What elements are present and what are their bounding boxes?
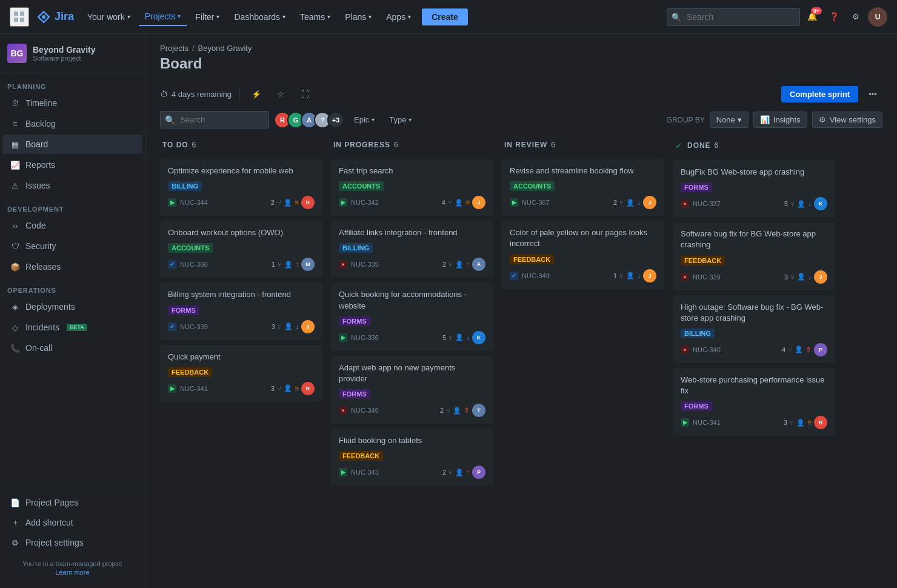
breadcrumb-projects[interactable]: Projects: [160, 44, 188, 53]
more-options-button[interactable]: •••: [863, 84, 882, 104]
card-assignee-avatar: M: [301, 258, 315, 271]
story-icon: ▶: [168, 198, 176, 207]
nav-plans[interactable]: Plans▾: [339, 8, 378, 25]
pages-icon: 📄: [10, 497, 21, 508]
clock-icon: ⏱: [160, 90, 168, 99]
board-card[interactable]: Color of pale yellow on our pages looks …: [502, 221, 664, 289]
card-issue-num: NUC-349: [522, 272, 550, 279]
sidebar-item-project-settings[interactable]: ⚙ Project settings: [2, 533, 142, 552]
sidebar-item-backlog[interactable]: ≡ Backlog: [2, 114, 142, 133]
lightning-button[interactable]: ⚡: [247, 84, 266, 104]
pages-label: Project Pages: [25, 498, 78, 507]
dev-label: DEVELOPMENT: [0, 196, 145, 215]
board-card[interactable]: High outage: Software bug fix - BG Web-s…: [673, 295, 835, 363]
complete-sprint-button[interactable]: Complete sprint: [781, 86, 858, 102]
board-card[interactable]: Quick payment FEEDBACK ▶ NUC-341 3 ⑂ 👤 ≡…: [160, 345, 322, 402]
nav-projects[interactable]: Projects▾: [139, 8, 187, 26]
card-issue-num: NUC-344: [180, 199, 208, 206]
board-card[interactable]: Software bug fix for BG Web-store app cr…: [673, 222, 835, 290]
avatar-more[interactable]: +3: [327, 112, 344, 129]
board-card[interactable]: Billing system integration - frontend FO…: [160, 282, 322, 339]
board-card[interactable]: Affiliate links integration - frontend B…: [331, 221, 493, 278]
column-title-inreview: IN REVIEW: [504, 141, 547, 149]
notifications-button[interactable]: 🔔 9+: [802, 7, 822, 27]
nav-yourwork[interactable]: Your work▾: [81, 8, 136, 25]
sidebar-item-incidents[interactable]: ◇ Incidents BETA: [2, 318, 142, 337]
board-label: Board: [25, 139, 48, 149]
settings-button[interactable]: ⚙: [846, 7, 865, 27]
sidebar-item-oncall[interactable]: 📞 On-call: [2, 338, 142, 358]
group-by-select[interactable]: None ▾: [710, 112, 749, 128]
nav-filter[interactable]: Filter▾: [189, 8, 225, 25]
person-icon: 👤: [626, 272, 635, 279]
help-button[interactable]: ❓: [824, 7, 844, 27]
beta-badge: BETA: [67, 324, 87, 331]
project-type: Software project: [33, 55, 95, 62]
star-button[interactable]: ☆: [271, 84, 290, 104]
sidebar-item-board[interactable]: ▦ Board: [2, 135, 142, 154]
column-count-todo: 6: [192, 141, 196, 149]
issues-icon: ⚠: [10, 180, 21, 191]
sidebar-item-code[interactable]: ‹› Code: [2, 216, 142, 235]
sidebar-item-project-pages[interactable]: 📄 Project Pages: [2, 493, 142, 512]
card-title: Color of pale yellow on our pages looks …: [510, 227, 656, 249]
sidebar-item-security[interactable]: 🛡 Security: [2, 236, 142, 256]
person-icon: 👤: [797, 200, 805, 208]
sidebar-item-releases[interactable]: 📦 Releases: [2, 257, 142, 276]
view-settings-button[interactable]: ⚙ View settings: [812, 112, 882, 128]
backlog-icon: ≡: [10, 118, 21, 129]
board-card[interactable]: BugFix BG Web-store app crashing FORMS ●…: [673, 160, 835, 217]
card-tag: FORMS: [339, 316, 370, 326]
column-header-inprogress: IN PROGRESS 6: [331, 136, 495, 154]
sidebar-project[interactable]: BG Beyond Gravity Software project: [0, 34, 145, 73]
board-card[interactable]: Fast trip search ACCOUNTS ▶ NUC-342 4 ⑂ …: [331, 159, 493, 216]
grid-menu-button[interactable]: [10, 7, 29, 27]
board-card[interactable]: Revise and streamline booking flow ACCOU…: [502, 159, 664, 216]
board-card[interactable]: Adapt web app no new payments provider F…: [331, 356, 493, 424]
nav-teams[interactable]: Teams▾: [294, 8, 336, 25]
card-footer: ▶ NUC-336 5 ⑂ 👤 ↓ K: [339, 331, 485, 344]
sprint-divider: [239, 88, 239, 100]
jira-logo[interactable]: Jira: [36, 10, 74, 24]
create-button[interactable]: Create: [422, 8, 468, 25]
sidebar-item-issues[interactable]: ⚠ Issues: [2, 176, 142, 195]
insights-button[interactable]: 📊 Insights: [753, 112, 807, 128]
oncall-label: On-call: [25, 343, 52, 353]
svg-rect-2: [14, 18, 18, 22]
nav-apps[interactable]: Apps▾: [380, 8, 417, 25]
sidebar-item-timeline[interactable]: ⏱ Timeline: [2, 93, 142, 113]
settings-sliders-icon: ⚙: [819, 115, 826, 124]
board-card[interactable]: Web-store purchasing performance issue f…: [673, 368, 835, 436]
filter-search-icon: 🔍: [165, 115, 175, 125]
branch-icon: ⑂: [619, 199, 624, 206]
epic-chevron: ▾: [372, 116, 375, 123]
sidebar-item-reports[interactable]: 📈 Reports: [2, 155, 142, 175]
sidebar-item-deployments[interactable]: ◈ Deployments: [2, 297, 142, 316]
nav-dashboards[interactable]: Dashboards▾: [228, 8, 292, 25]
column-header-inreview: IN REVIEW 6: [502, 136, 665, 154]
card-title: Quick payment: [168, 352, 315, 362]
person-icon: 👤: [284, 261, 293, 269]
card-title: Billing system integration - frontend: [168, 289, 315, 300]
sidebar-item-add-shortcut[interactable]: ＋ Add shortcut: [2, 513, 142, 532]
board-search-input[interactable]: [160, 111, 269, 129]
card-title: Fast trip search: [339, 165, 485, 176]
expand-button[interactable]: ⛶: [295, 84, 315, 104]
epic-filter[interactable]: Epic ▾: [349, 112, 379, 127]
user-avatar[interactable]: U: [868, 7, 887, 27]
card-assignee-avatar: R: [301, 196, 315, 209]
board-card[interactable]: Fluid booking on tablets FEEDBACK ▶ NUC-…: [331, 429, 493, 486]
card-footer: ● NUC-346 2 ⑂ 👤 ⇑ T: [339, 404, 485, 417]
card-tag: FORMS: [681, 401, 712, 411]
board-card[interactable]: Onboard workout options (OWO) ACCOUNTS ✓…: [160, 221, 322, 278]
card-issue-num: NUC-337: [693, 200, 721, 207]
board-card[interactable]: Quick booking for accommodations - websi…: [331, 282, 493, 350]
search-input[interactable]: [667, 8, 800, 26]
card-meta: 2 ⑂ 👤 ↑ A: [442, 258, 485, 271]
branch-icon: ⑂: [278, 261, 282, 268]
breadcrumb-project[interactable]: Beyond Gravity: [198, 44, 252, 53]
card-assignee-avatar: J: [643, 196, 656, 209]
learn-more-link[interactable]: Learn more: [7, 569, 138, 576]
board-card[interactable]: Optimize experience for mobile web BILLI…: [160, 159, 322, 216]
type-filter[interactable]: Type ▾: [384, 112, 416, 127]
